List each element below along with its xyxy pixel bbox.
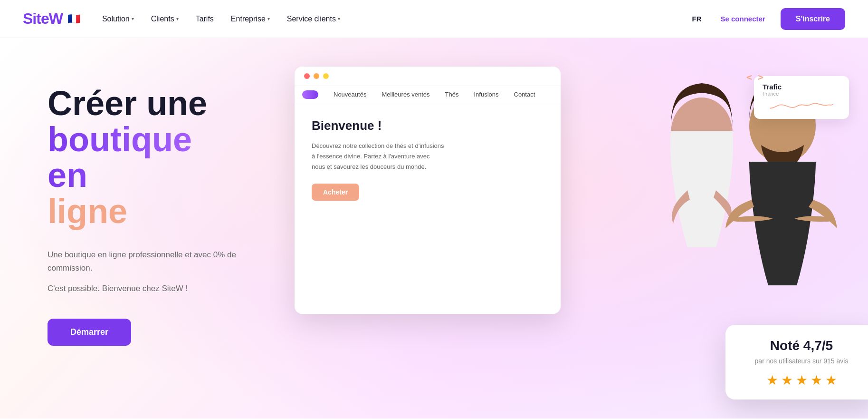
hero-right: Nouveautés Meilleures ventes Thés Infusi… <box>276 38 868 419</box>
star-2: ★ <box>781 372 793 388</box>
trafic-label: Trafic <box>763 83 840 91</box>
browser-toolbar <box>295 67 561 86</box>
signup-button[interactable]: S'inscrire <box>781 8 845 30</box>
logo-text: SiteW <box>23 10 63 28</box>
chevron-down-icon: ▾ <box>267 16 270 21</box>
language-button[interactable]: FR <box>688 12 705 26</box>
nav-tarifs[interactable]: Tarifs <box>189 11 220 27</box>
hero-description2: C'est possible. Bienvenue chez SiteW ! <box>48 282 238 295</box>
chevron-down-icon: ▾ <box>338 16 340 21</box>
hero-section: Créer une boutique en ligne Une boutique… <box>0 38 868 419</box>
browser-dot-yellow <box>323 73 329 79</box>
nav-clients[interactable]: Clients ▾ <box>144 11 185 27</box>
star-5: ★ <box>825 372 837 388</box>
browser-content: Bienvenue ! Découvrez notre collection d… <box>295 103 561 210</box>
nav-links: Solution ▾ Clients ▾ Tarifs Entreprise ▾… <box>95 11 688 27</box>
nav-clients-label: Clients <box>151 15 174 23</box>
browser-nav-item-infusions: Infusions <box>466 86 506 103</box>
nav-right: FR Se connecter S'inscrire <box>688 8 845 30</box>
browser-dot-red <box>304 73 310 79</box>
navbar: SiteW 🇫🇷 Solution ▾ Clients ▾ Tarifs Ent… <box>0 0 868 38</box>
login-button[interactable]: Se connecter <box>715 12 771 26</box>
logo[interactable]: SiteW 🇫🇷 <box>23 10 80 28</box>
browser-nav-item-contact: Contact <box>506 86 543 103</box>
star-4: ★ <box>811 372 822 388</box>
rating-card: Noté 4,7/5 par nos utilisateurs sur 915 … <box>725 325 868 400</box>
code-brackets-decoration: < > <box>746 71 763 83</box>
browser-nav-item-meilleures: Meilleures ventes <box>374 86 437 103</box>
rating-subtitle: par nos utilisateurs sur 915 avis <box>741 357 862 365</box>
logo-w: W <box>49 10 63 27</box>
nav-entreprise-label: Entreprise <box>231 15 266 23</box>
chevron-down-icon: ▾ <box>176 16 179 21</box>
logo-site: Site <box>23 10 49 27</box>
browser-welcome: Bienvenue ! <box>312 118 544 133</box>
toggle-switch <box>302 90 318 99</box>
star-3: ★ <box>796 372 808 388</box>
browser-nav-item-thes: Thés <box>438 86 467 103</box>
hero-title-line1: Créer une <box>48 86 238 122</box>
browser-body-text: Découvrez notre collection de thés et d'… <box>312 141 445 172</box>
cta-button[interactable]: Démarrer <box>48 319 131 346</box>
rating-title: Noté 4,7/5 <box>741 338 862 353</box>
browser-buy-button[interactable]: Acheter <box>312 184 359 201</box>
hero-left: Créer une boutique en ligne Une boutique… <box>0 38 276 419</box>
nav-solution[interactable]: Solution ▾ <box>95 11 141 27</box>
nav-service-clients[interactable]: Service clients ▾ <box>280 11 347 27</box>
chevron-down-icon: ▾ <box>132 16 134 21</box>
browser-nav: Nouveautés Meilleures ventes Thés Infusi… <box>295 86 561 103</box>
browser-nav-item-nouveautes: Nouveautés <box>326 86 374 103</box>
nav-entreprise[interactable]: Entreprise ▾ <box>224 11 277 27</box>
hero-description1: Une boutique en ligne professionnelle et… <box>48 248 238 274</box>
browser-mockup: Nouveautés Meilleures ventes Thés Infusi… <box>295 67 561 314</box>
nav-solution-label: Solution <box>102 15 130 23</box>
trafic-card: Trafic France <box>754 76 849 119</box>
hero-title-line3: ligne <box>48 194 238 230</box>
star-1: ★ <box>766 372 778 388</box>
trafic-sublabel: France <box>763 91 840 97</box>
flag-icon: 🇫🇷 <box>67 13 80 25</box>
hero-title-line2: boutique en <box>48 122 238 194</box>
browser-dot-orange <box>314 73 319 79</box>
trafic-chart <box>763 100 840 112</box>
nav-service-clients-label: Service clients <box>287 15 336 23</box>
stars-container: ★ ★ ★ ★ ★ <box>741 372 862 388</box>
nav-tarifs-label: Tarifs <box>196 15 214 23</box>
